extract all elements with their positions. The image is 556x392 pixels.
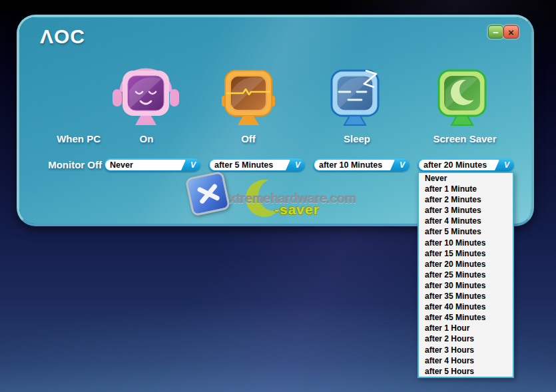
- chevron-glyph: V: [295, 160, 300, 170]
- monitor-screensaver-icon: [427, 60, 497, 129]
- esaver-logo-text: -saver: [274, 202, 320, 218]
- chevron-glyph: V: [400, 160, 405, 170]
- dropdown-option[interactable]: after 2 Hours: [419, 333, 513, 344]
- chevron-glyph: V: [190, 160, 196, 170]
- dropdown-option[interactable]: after 20 Minutes: [419, 259, 513, 270]
- chevron-down-icon[interactable]: V: [290, 158, 305, 172]
- dropdown-option[interactable]: after 5 Hours: [419, 366, 513, 377]
- dropdown-option[interactable]: after 3 Minutes: [419, 205, 513, 216]
- dropdown-option[interactable]: after 40 Minutes: [419, 301, 513, 312]
- dropdown-option[interactable]: after 25 Minutes: [419, 270, 513, 280]
- state-label-sleep: Sleep: [300, 132, 414, 146]
- minimize-icon: −: [493, 27, 499, 37]
- dropdown-monitor-off-sleep[interactable]: after 10 Minutes V: [313, 158, 410, 172]
- dropdown-option[interactable]: after 5 Minutes: [419, 226, 513, 237]
- dropdown-value-on: Never: [105, 160, 186, 170]
- state-label-screensaver: Screen Saver: [408, 132, 521, 146]
- dropdown-value-sleep: after 10 Minutes: [314, 160, 395, 170]
- monitor-off-label: Monitor Off: [35, 158, 102, 172]
- dropdown-option[interactable]: after 4 Minutes: [419, 216, 513, 226]
- aoc-logo: ΛOC: [40, 25, 85, 48]
- monitor-off-icon: [214, 60, 283, 129]
- chevron-down-icon[interactable]: V: [499, 158, 514, 172]
- dropdown-option[interactable]: after 1 Minute: [419, 184, 513, 194]
- screensaver-dropdown-list: Never after 1 Minute after 2 Minutes aft…: [417, 172, 514, 378]
- dropdown-option[interactable]: after 4 Hours: [419, 355, 513, 366]
- dropdown-option[interactable]: after 30 Minutes: [419, 280, 513, 291]
- chevron-down-icon[interactable]: V: [186, 158, 200, 172]
- dropdown-option[interactable]: after 2 Minutes: [419, 194, 513, 205]
- close-button[interactable]: ×: [503, 25, 519, 39]
- dropdown-option[interactable]: after 10 Minutes: [419, 238, 513, 248]
- dropdown-option[interactable]: after 15 Minutes: [419, 248, 513, 259]
- dropdown-option[interactable]: Never: [419, 173, 513, 184]
- chevron-glyph: V: [504, 160, 509, 170]
- dropdown-monitor-off-off[interactable]: after 5 Minutes V: [208, 158, 305, 172]
- dropdown-option[interactable]: after 3 Hours: [419, 345, 513, 355]
- monitor-on-icon: [111, 60, 180, 129]
- dropdown-option[interactable]: after 45 Minutes: [419, 312, 513, 323]
- dropdown-value-off: after 5 Minutes: [210, 160, 290, 170]
- state-label-off: Off: [192, 132, 305, 146]
- monitor-sleep-icon: [320, 60, 390, 129]
- dropdown-value-screensaver: after 20 Minutes: [419, 160, 499, 170]
- xtremehardware-x-icon: [185, 171, 231, 217]
- minimize-button[interactable]: −: [488, 25, 503, 39]
- dropdown-monitor-off-on[interactable]: Never V: [104, 158, 200, 172]
- dropdown-option[interactable]: after 35 Minutes: [419, 291, 513, 301]
- dropdown-option[interactable]: after 1 Hour: [419, 323, 513, 333]
- desktop-background: ΛOC − ×: [0, 0, 556, 392]
- dropdown-monitor-off-screensaver[interactable]: after 20 Minutes V: [417, 158, 514, 172]
- state-label-on: On: [90, 132, 203, 146]
- chevron-down-icon[interactable]: V: [395, 158, 410, 172]
- close-icon: ×: [508, 27, 514, 37]
